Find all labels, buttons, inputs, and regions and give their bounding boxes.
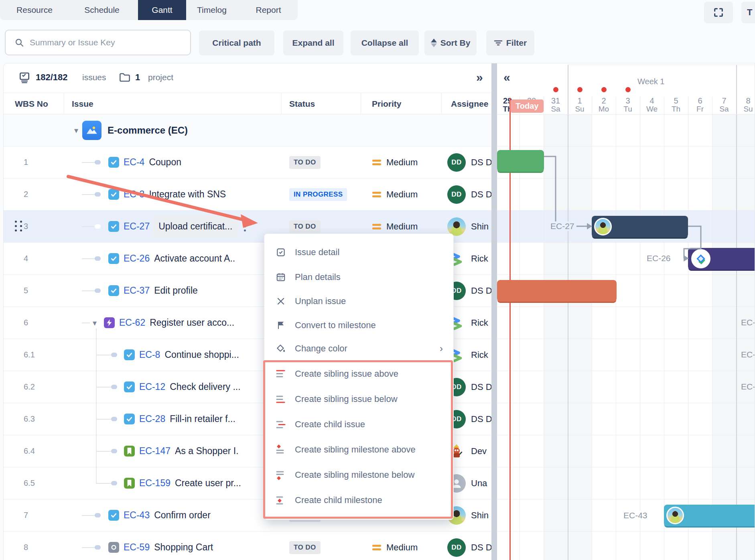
menu-item-change-color[interactable]: Change color › [264, 337, 453, 361]
task-type-icon [124, 349, 135, 360]
tab-resource[interactable]: Resource [7, 0, 62, 20]
clipped-bar-label: EC- [741, 350, 755, 359]
close-icon [275, 295, 287, 307]
sort-by-button[interactable]: Sort By [424, 30, 477, 55]
create-child-milestone-icon [275, 494, 287, 506]
priority-medium-icon [372, 159, 381, 166]
leaf-dot [111, 449, 117, 453]
issue-title[interactable]: As a Shopper I. [175, 446, 239, 457]
table-row[interactable]: 2 EC-3 Integrate with SNS IN PROGRESS Me… [4, 179, 491, 211]
collapse-all-button[interactable]: Collapse all [351, 30, 419, 55]
issue-key-link[interactable]: EC-43 [124, 510, 150, 521]
issue-title[interactable]: Create user pr... [175, 478, 241, 489]
table-row[interactable]: 1 EC-4 Coupon TO DO Medium DDDS D [4, 146, 491, 179]
more-options-icon[interactable] [239, 219, 250, 235]
leaf-dot [111, 353, 117, 357]
column-header-assignee[interactable]: Assignee [451, 93, 488, 114]
issue-title[interactable]: Edit profile [154, 285, 198, 296]
priority-medium-icon [372, 544, 381, 551]
tab-report[interactable]: Report [246, 0, 290, 20]
menu-item-create-sibling-milestone-above[interactable]: Create sibling milestone above [264, 438, 453, 462]
wbs-number: 6.3 [4, 414, 64, 424]
issue-key-link[interactable]: EC-12 [139, 381, 165, 392]
leaf-dot [95, 160, 101, 164]
issue-key-link[interactable]: EC-59 [124, 542, 150, 553]
project-label: project [148, 73, 173, 82]
issue-key-link[interactable]: EC-27 [124, 221, 150, 232]
connector-line [96, 387, 111, 388]
chevron-down-icon[interactable]: ▾ [74, 126, 78, 135]
bar-label: EC-43 [621, 511, 649, 520]
issue-key-link[interactable]: EC-62 [119, 317, 145, 328]
menu-item-plan-details[interactable]: Plan details [264, 265, 453, 289]
issue-key-link[interactable]: EC-8 [139, 349, 160, 360]
clipped-toolbar-button[interactable]: T [741, 2, 755, 23]
flag-icon [275, 319, 287, 331]
issue-title[interactable]: Integrate with SNS [149, 189, 226, 200]
issue-title[interactable]: Check delivery ... [170, 381, 240, 392]
menu-item-create-child-issue[interactable]: Create child issue [264, 412, 453, 436]
issue-title[interactable]: Continue shoppi... [164, 349, 239, 360]
clipped-bar-label: EC- [741, 318, 755, 327]
menu-item-create-sibling-issue-above[interactable]: Create sibling issue above [264, 362, 453, 386]
wbs-number: 6.5 [4, 479, 64, 488]
menu-item-create-sibling-milestone-below[interactable]: Create sibling milestone below [264, 463, 453, 487]
wbs-number: 4 [4, 254, 64, 263]
issue-title[interactable]: Coupon [149, 157, 181, 168]
story-bolt-icon [104, 317, 115, 328]
issue-key-link[interactable]: EC-4 [124, 157, 144, 168]
search-box [5, 30, 191, 55]
clipped-bar-label: EC- [741, 382, 755, 392]
task-type-icon [108, 285, 119, 296]
menu-item-convert-to-milestone[interactable]: Convert to milestone [264, 313, 453, 337]
leaf-dot [95, 288, 101, 293]
menu-item-create-sibling-issue-below[interactable]: Create sibling issue below [264, 387, 453, 411]
connector-line [82, 547, 95, 548]
column-header-wbs[interactable]: WBS No [15, 93, 48, 114]
issue-key-link[interactable]: EC-147 [139, 446, 170, 457]
column-header-status[interactable]: Status [289, 93, 315, 114]
filter-button[interactable]: Filter [486, 30, 534, 55]
issue-key-link[interactable]: EC-37 [124, 285, 150, 296]
wbs-number: 1 [4, 158, 64, 167]
wbs-number: 3 [4, 222, 64, 231]
issue-key-link[interactable]: EC-159 [139, 478, 170, 489]
issue-title[interactable]: Register user acco... [150, 317, 234, 328]
search-input[interactable] [29, 37, 175, 48]
issue-key-link[interactable]: EC-28 [139, 414, 165, 424]
panel-divider[interactable] [491, 63, 497, 560]
issue-title[interactable]: Fill-in retailer f... [170, 414, 235, 424]
critical-path-button[interactable]: Critical path [199, 30, 274, 55]
task-type-icon [124, 381, 135, 392]
menu-item-unplan-issue[interactable]: Unplan issue [264, 289, 453, 313]
table-row[interactable]: 8 EC-59 Shopping Cart TO DO Medium DDDS … [4, 532, 491, 560]
column-header-issue[interactable]: Issue [72, 93, 93, 114]
submenu-chevron-icon: › [440, 343, 443, 354]
tab-schedule[interactable]: Schedule [75, 0, 129, 20]
fullscreen-button[interactable] [704, 2, 733, 23]
title-edit-field[interactable]: Upload certificat... [153, 215, 238, 237]
issue-key-link[interactable]: EC-3 [124, 189, 144, 200]
issue-title[interactable]: Activate account A.. [154, 253, 235, 264]
connector-line [82, 226, 95, 227]
chevron-down-icon[interactable]: ▾ [90, 318, 99, 328]
project-row[interactable]: ▾ E-commerce (EC) [4, 114, 491, 146]
tab-timelog[interactable]: Timelog [189, 0, 235, 20]
menu-item-create-child-milestone[interactable]: Create child milestone [264, 488, 453, 512]
task-type-icon [108, 221, 119, 232]
menu-item-issue-detail[interactable]: Issue detail [264, 240, 453, 264]
task-type-icon [124, 414, 135, 424]
tab-gantt[interactable]: Gantt [138, 0, 186, 20]
column-header-priority[interactable]: Priority [372, 93, 402, 114]
leaf-dot [111, 481, 117, 485]
summary-row: 182/182 issues 1 project » [4, 63, 491, 93]
expand-panel-icon[interactable]: » [476, 71, 483, 83]
issue-title[interactable]: Upload certificat... [158, 221, 232, 231]
issue-key-link[interactable]: EC-26 [124, 253, 150, 264]
issue-title[interactable]: Shopping Cart [154, 542, 213, 553]
expand-all-button[interactable]: Expand all [283, 30, 343, 55]
priority-medium-icon [372, 223, 381, 230]
drag-handle[interactable] [15, 221, 23, 232]
issue-title[interactable]: Confirm order [154, 510, 211, 521]
leaf-dot [95, 224, 101, 229]
